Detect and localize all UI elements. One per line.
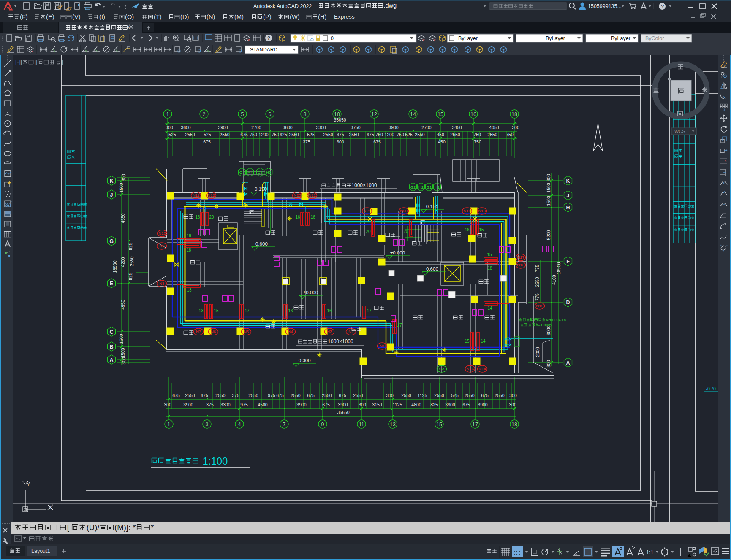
svg-text:G3: G3	[439, 366, 445, 371]
svg-text:3900: 3900	[183, 402, 193, 407]
svg-text:8: 8	[304, 111, 307, 117]
svg-text:2550: 2550	[129, 256, 134, 266]
svg-text:H1: H1	[435, 185, 440, 189]
svg-text:N23: N23	[293, 193, 301, 197]
svg-text:D: D	[566, 300, 570, 306]
svg-text:ByLayer: ByLayer	[458, 35, 478, 41]
svg-text:675: 675	[339, 393, 346, 398]
svg-text:(F): (F)	[20, 14, 28, 20]
svg-text:2550: 2550	[415, 132, 425, 137]
svg-text:300: 300	[546, 174, 551, 181]
svg-text:15: 15	[438, 111, 443, 117]
svg-text:0.150: 0.150	[255, 187, 267, 192]
svg-text:450: 450	[437, 132, 444, 137]
svg-text:17: 17	[397, 323, 402, 327]
svg-text:F: F	[566, 259, 570, 265]
svg-text:1505999135...: 1505999135...	[588, 3, 622, 9]
svg-text:14: 14	[481, 339, 486, 344]
svg-text:300: 300	[164, 402, 171, 407]
svg-text:0.600: 0.600	[426, 266, 438, 271]
svg-text:B: B	[109, 344, 113, 350]
svg-text:N7: N7	[196, 329, 201, 334]
svg-text:-0.150: -0.150	[424, 204, 438, 209]
svg-text:13: 13	[198, 308, 204, 313]
svg-text:675: 675	[201, 393, 208, 398]
svg-text:3900: 3900	[389, 125, 399, 130]
svg-text:3300: 3300	[220, 402, 231, 407]
svg-text:[: [	[67, 523, 69, 532]
svg-text:1000×1000: 1000×1000	[328, 338, 353, 344]
svg-text:Express: Express	[334, 14, 355, 20]
svg-text:6: 6	[269, 111, 272, 117]
svg-text:±0.000: ±0.000	[390, 250, 405, 255]
svg-text:N20: N20	[400, 208, 407, 213]
svg-text:4500: 4500	[258, 402, 268, 407]
svg-text:N14: N14	[478, 366, 486, 371]
svg-text:Y: Y	[27, 482, 30, 487]
svg-text:G3: G3	[258, 170, 263, 175]
svg-text:16: 16	[465, 227, 470, 232]
svg-text:16: 16	[186, 233, 191, 238]
svg-text:675: 675	[373, 139, 381, 144]
svg-text:G4: G4	[239, 170, 245, 175]
svg-text:750: 750	[272, 132, 279, 137]
svg-text:20: 20	[366, 229, 371, 234]
svg-text:1500: 1500	[546, 196, 551, 206]
svg-text:18: 18	[186, 248, 191, 252]
svg-text:3450: 3450	[452, 125, 462, 130]
svg-text:300: 300	[121, 357, 126, 365]
svg-text:1: 1	[168, 422, 171, 427]
svg-text:4: 4	[238, 422, 241, 427]
svg-text:300: 300	[512, 125, 519, 130]
svg-text:300: 300	[509, 393, 517, 398]
svg-text:825: 825	[430, 402, 438, 407]
svg-text:][: ][	[34, 59, 38, 65]
svg-text:300: 300	[359, 402, 366, 407]
svg-text:14: 14	[410, 111, 416, 117]
svg-text:3750: 3750	[351, 125, 361, 130]
svg-text:1:100: 1:100	[202, 455, 228, 467]
svg-text:N9: N9	[159, 243, 164, 248]
svg-text:(V): (V)	[72, 14, 80, 20]
svg-text:17: 17	[472, 422, 478, 427]
svg-text:10: 10	[334, 111, 340, 117]
svg-text:18900: 18900	[112, 260, 117, 273]
svg-text:3150: 3150	[372, 402, 382, 407]
svg-text:15: 15	[465, 339, 470, 344]
svg-text:G: G	[109, 238, 114, 244]
svg-text:16: 16	[195, 215, 200, 219]
svg-text:18900: 18900	[556, 262, 561, 274]
svg-text:975: 975	[240, 402, 248, 407]
svg-text:3600: 3600	[181, 125, 191, 130]
svg-text:h=1.00m: h=1.00m	[536, 322, 552, 327]
svg-text:N22: N22	[308, 193, 315, 197]
svg-text:N8: N8	[159, 281, 164, 286]
svg-text:20: 20	[209, 215, 214, 219]
svg-text:675: 675	[203, 139, 211, 144]
svg-text:3300: 3300	[316, 125, 326, 130]
svg-text:13: 13	[390, 422, 396, 427]
svg-text:XH=1.0X1.0: XH=1.0X1.0	[546, 318, 566, 322]
svg-text:(P): (P)	[263, 14, 271, 20]
svg-text:J: J	[567, 193, 570, 199]
svg-text:3900: 3900	[218, 125, 228, 130]
svg-text:]: ]	[61, 59, 63, 65]
svg-text:C: C	[109, 329, 113, 335]
svg-text:15: 15	[487, 252, 492, 257]
svg-text:H: H	[566, 205, 570, 211]
svg-text:300: 300	[546, 360, 551, 368]
svg-text:4650: 4650	[120, 213, 125, 223]
svg-text:*: *	[151, 523, 154, 532]
svg-text:1000×1000: 1000×1000	[351, 182, 377, 188]
svg-text:N11: N11	[193, 193, 200, 197]
svg-text:525: 525	[307, 132, 315, 137]
svg-text:825: 825	[128, 273, 133, 280]
svg-text:2000: 2000	[535, 347, 540, 357]
svg-text:7: 7	[283, 422, 286, 427]
svg-text:N3: N3	[327, 329, 332, 334]
svg-text:4050: 4050	[489, 125, 499, 130]
svg-text:N19: N19	[463, 208, 470, 213]
svg-text:11: 11	[359, 422, 364, 427]
svg-text:[-][: [-][	[15, 59, 22, 65]
svg-text:1: 1	[166, 111, 169, 117]
